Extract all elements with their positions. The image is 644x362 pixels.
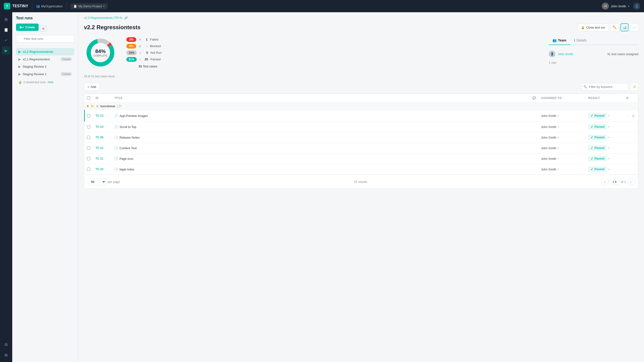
tc-id[interactable]: TC-10 — [96, 168, 114, 171]
per-page-select[interactable]: 10 25 50 100 — [88, 178, 106, 185]
next-page-button[interactable]: › — [627, 178, 634, 185]
row-checkbox[interactable] — [87, 125, 90, 128]
icon-bar-dashboard[interactable]: ⊞ — [2, 15, 10, 24]
tabs: 👥 Team ℹ Details — [549, 36, 638, 45]
breadcrumb[interactable]: v2.2 Regressiontests (TR-5) 🔗 — [78, 12, 644, 20]
page-number[interactable]: 1 ▾ — [610, 179, 619, 185]
sidebar-filter-input[interactable] — [16, 35, 74, 42]
notifications-icon[interactable]: 👤 — [633, 2, 640, 10]
member-name[interactable]: John Smith — [558, 52, 573, 56]
tc-id[interactable]: TC-11 — [96, 157, 114, 160]
tc-assigned: John Smith ▾ — [541, 125, 588, 129]
assigned-chevron-icon[interactable]: ▾ — [558, 157, 559, 160]
passed-label: Passed — [150, 58, 160, 61]
tc-id[interactable]: TC-36 — [96, 136, 114, 139]
check-icon: ✓ — [590, 136, 593, 139]
result-chevron-icon[interactable]: ▾ — [608, 157, 610, 160]
user-chevron-icon: ▾ — [628, 5, 630, 8]
result-chevron-icon[interactable]: ▾ — [608, 126, 610, 128]
tc-title: 📄 Scroll to Top — [114, 125, 532, 129]
assigned-chevron-icon[interactable]: ▾ — [558, 136, 559, 139]
assigned-chevron-icon[interactable]: ▾ — [558, 114, 559, 117]
row-detail-button[interactable]: ⊞ — [631, 112, 635, 119]
stats-area: 84% COMPLETE 3% ✕ 1 Failed — [84, 36, 549, 69]
icon-bar-testcases[interactable]: ✓ — [2, 36, 10, 44]
result-chevron-icon[interactable]: ▾ — [608, 114, 610, 117]
assigned-chevron-icon[interactable]: ▾ — [558, 146, 559, 150]
row-checkbox[interactable] — [87, 136, 90, 139]
closed-badge: Closed — [60, 72, 72, 76]
tc-result: ✓ Passed ▾ — [588, 113, 626, 118]
sidebar-item-v22[interactable]: ▶ v2.2 Regressiontests — [16, 48, 74, 56]
sidebar-action-button[interactable]: ⊞ — [40, 26, 47, 32]
tc-title-text: App-Preview Images — [120, 114, 148, 118]
icon-bar-testruns[interactable]: ▶ — [2, 46, 10, 55]
row-checkbox[interactable] — [87, 168, 90, 171]
doc-icon: 📄 — [114, 168, 118, 171]
icon-bar-help[interactable]: ⊞ — [2, 351, 10, 359]
tab-details[interactable]: ℹ Details — [570, 36, 590, 45]
stats-legend: 3% ✕ 1 Failed 0% ⊘ - Blocked — [126, 37, 162, 68]
result-text: Passed — [594, 125, 604, 128]
legend-passed: 81% ✓ 25 Passed — [126, 57, 162, 62]
col-result: RESULT — [588, 96, 626, 100]
notrun-count: 5 — [144, 51, 148, 54]
tc-assigned: John Smith ▾ — [541, 157, 588, 160]
assigned-chevron-icon[interactable]: ▾ — [558, 126, 559, 128]
nav-divider — [32, 3, 32, 10]
app-logo[interactable]: T TESTINY — [4, 3, 28, 10]
sidebar-item-label: v2.1 Regressiontest — [23, 58, 50, 61]
tab-team[interactable]: 👥 Team — [549, 36, 570, 45]
team-icon: 👥 — [552, 38, 556, 42]
select-all-checkbox[interactable] — [87, 96, 90, 100]
sidebar-item-v21[interactable]: ▶ v2.1 Regressiontest Closed — [16, 56, 74, 63]
filter-options-button[interactable]: ⚡ — [630, 83, 638, 91]
tc-id[interactable]: TC-12 — [96, 146, 114, 150]
failed-count: 1 — [144, 38, 148, 41]
close-test-run-button[interactable]: 🔒 Close test run — [578, 24, 609, 31]
failed-badge: 3% — [126, 37, 136, 42]
edit-button[interactable]: ✏️ — [610, 23, 618, 31]
row-checkbox[interactable] — [87, 146, 90, 150]
tc-id[interactable]: TC-13 — [96, 114, 114, 117]
tc-id[interactable]: TC-14 — [96, 125, 114, 128]
create-button[interactable]: ▶+ Create — [16, 24, 39, 31]
row-checkbox[interactable] — [87, 157, 90, 160]
icon-bar-settings[interactable]: ⚙ — [2, 340, 10, 349]
main-content: v2.2 Regressiontests (TR-5) 🔗 v2.2 Regre… — [78, 12, 644, 362]
notrun-badge: 16% — [126, 50, 137, 55]
row-checkbox[interactable] — [87, 114, 90, 117]
result-chevron-icon[interactable]: ▾ — [608, 136, 610, 139]
legend-blocked: 0% ⊘ - Blocked — [126, 44, 162, 48]
result-text: Passed — [594, 157, 604, 160]
gear-icon[interactable]: ⚙ — [626, 96, 635, 100]
sidebar-item-staging2[interactable]: ▶ Staging Review 2 — [16, 63, 74, 70]
doc-icon: 📄 — [114, 136, 118, 139]
tc-assigned: John Smith ▾ — [541, 146, 588, 150]
icon-bar-requirements[interactable]: 📋 — [2, 26, 10, 34]
sidebar-item-staging1[interactable]: ▶ Staging Review 1 Closed — [16, 70, 74, 78]
org-selector[interactable]: 👥 MyOrganization — [36, 4, 63, 8]
legend-notrun: 16% ⤢ 5 Not Run — [126, 50, 162, 55]
assigned-chevron-icon[interactable]: ▾ — [558, 168, 559, 171]
blocked-count: - — [144, 44, 148, 48]
user-menu[interactable]: JS John Smith ▾ — [602, 2, 630, 10]
project-selector[interactable]: 📋 My Demo Project ▾ — [70, 3, 108, 9]
org-name: MyOrganization — [41, 4, 63, 8]
app-name: TESTINY — [12, 4, 28, 8]
result-chevron-icon[interactable]: ▾ — [608, 168, 610, 171]
table-toolbar: + Add 🔍 ⚡ — [84, 83, 638, 91]
folder-chevron-icon[interactable]: ▾ — [87, 104, 89, 108]
per-page-label: per page — [108, 180, 120, 184]
lock-icon: 🔒 — [581, 26, 585, 29]
hide-link[interactable]: Hide — [48, 80, 54, 84]
report-button[interactable]: 📊 — [620, 23, 628, 31]
table-filter-input[interactable] — [581, 83, 628, 90]
more-options-button[interactable]: ··· — [630, 23, 638, 31]
result-chevron-icon[interactable]: ▾ — [608, 146, 610, 150]
prev-page-button[interactable]: ‹ — [601, 178, 608, 185]
sidebar-item-label: v2.2 Regressiontests — [23, 50, 53, 54]
row-more-button[interactable]: ··· — [626, 112, 630, 119]
add-button[interactable]: + Add — [84, 83, 100, 91]
lock-icon: 🔒 — [18, 80, 22, 84]
